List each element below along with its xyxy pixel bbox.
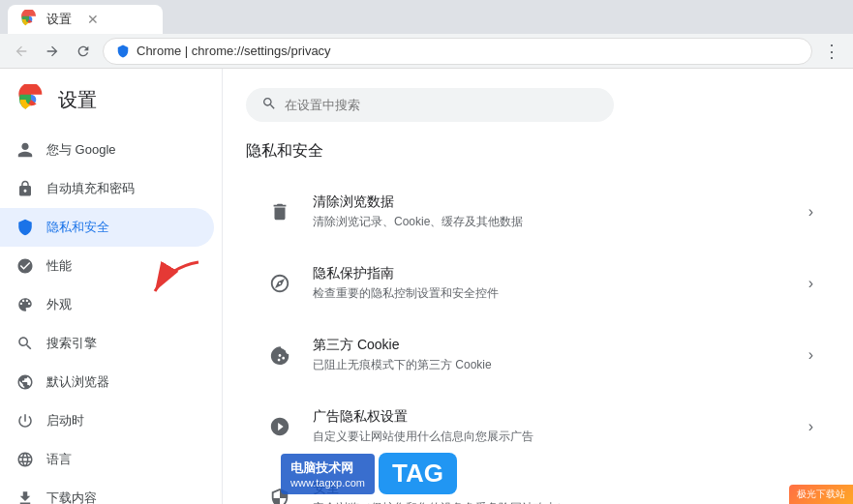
gauge-icon bbox=[15, 256, 35, 276]
clear-browsing-desc: 清除浏览记录、Cookie、缓存及其他数据 bbox=[313, 214, 793, 230]
url-text: Chrome | chrome://settings/privacy bbox=[137, 44, 331, 58]
settings-title: 设置 bbox=[58, 87, 97, 113]
cookie-icon bbox=[262, 338, 297, 372]
back-button[interactable] bbox=[8, 38, 35, 65]
security-shield-icon bbox=[262, 481, 297, 504]
sidebar-item-search[interactable]: 搜索引擎 bbox=[0, 324, 214, 363]
sidebar-item-privacy[interactable]: 隐私和安全 bbox=[0, 208, 214, 247]
power-icon bbox=[15, 411, 35, 430]
shield-nav-icon bbox=[15, 218, 35, 237]
tab-bar: 设置 ✕ bbox=[0, 0, 853, 34]
settings-list: 清除浏览数据 清除浏览记录、Cookie、缓存及其他数据 › 隐私保护指南 检查… bbox=[246, 177, 830, 504]
privacy-guide-arrow: › bbox=[808, 275, 813, 292]
cookies-desc: 已阻止无痕模式下的第三方 Cookie bbox=[313, 357, 793, 373]
app-container: 设置 您与 Google 自动填充和密码 bbox=[0, 69, 853, 504]
sidebar-header: 设置 bbox=[0, 69, 222, 127]
ad-privacy-arrow: › bbox=[808, 418, 813, 435]
clear-browsing-title: 清除浏览数据 bbox=[313, 193, 793, 211]
chrome-logo-icon bbox=[15, 84, 46, 115]
sidebar-item-appearance[interactable]: 外观 bbox=[0, 285, 214, 324]
sidebar-label-performance: 性能 bbox=[46, 257, 72, 275]
tab-close[interactable]: ✕ bbox=[87, 12, 99, 27]
cookies-text: 第三方 Cookie 已阻止无痕模式下的第三方 Cookie bbox=[313, 337, 793, 373]
sidebar: 设置 您与 Google 自动填充和密码 bbox=[0, 69, 223, 504]
security-text: 安全 安全浏览（保护您和您的设备免受危险网站攻击） bbox=[313, 480, 793, 504]
sidebar-label-search: 搜索引擎 bbox=[46, 335, 97, 352]
sidebar-label-startup: 启动时 bbox=[46, 412, 84, 430]
sidebar-label-downloads: 下载内容 bbox=[46, 489, 97, 504]
settings-item-security[interactable]: 安全 安全浏览（保护您和您的设备免受危险网站攻击） › bbox=[246, 463, 830, 504]
browser-bar: Chrome | chrome://settings/privacy ⋮ bbox=[0, 34, 853, 69]
settings-item-privacy-guide[interactable]: 隐私保护指南 检查重要的隐私控制设置和安全控件 › bbox=[246, 249, 830, 318]
sidebar-label-default-browser: 默认浏览器 bbox=[46, 373, 109, 391]
search-nav-icon bbox=[15, 334, 35, 353]
settings-item-cookies[interactable]: 第三方 Cookie 已阻止无痕模式下的第三方 Cookie › bbox=[246, 320, 830, 390]
section-title: 隐私和安全 bbox=[246, 141, 830, 162]
security-desc: 安全浏览（保护您和您的设备免受危险网站攻击） bbox=[313, 500, 793, 504]
security-title: 安全 bbox=[313, 480, 793, 497]
menu-button[interactable]: ⋮ bbox=[818, 38, 845, 65]
sidebar-item-google[interactable]: 您与 Google bbox=[0, 131, 214, 169]
main-content: 隐私和安全 清除浏览数据 清除浏览记录、Cookie、缓存及其他数据 › bbox=[223, 69, 853, 504]
sidebar-item-default-browser[interactable]: 默认浏览器 bbox=[0, 363, 214, 401]
clear-browsing-text: 清除浏览数据 清除浏览记录、Cookie、缓存及其他数据 bbox=[313, 193, 793, 230]
sidebar-item-performance[interactable]: 性能 bbox=[0, 247, 214, 285]
settings-item-ad-privacy[interactable]: 广告隐私权设置 自定义要让网站使用什么信息向您展示广告 › bbox=[246, 392, 830, 461]
active-tab[interactable]: 设置 ✕ bbox=[8, 5, 163, 34]
ad-privacy-text: 广告隐私权设置 自定义要让网站使用什么信息向您展示广告 bbox=[313, 408, 793, 445]
ad-privacy-title: 广告隐私权设置 bbox=[313, 408, 793, 426]
privacy-guide-text: 隐私保护指南 检查重要的隐私控制设置和安全控件 bbox=[313, 265, 793, 302]
nav-buttons bbox=[8, 38, 97, 65]
download-icon bbox=[15, 489, 35, 504]
chrome-tab-icon bbox=[19, 10, 39, 29]
clear-browsing-arrow: › bbox=[808, 203, 813, 221]
language-icon bbox=[15, 450, 35, 469]
sidebar-item-autofill[interactable]: 自动填充和密码 bbox=[0, 169, 214, 208]
sidebar-item-language[interactable]: 语言 bbox=[0, 440, 214, 479]
sidebar-item-startup[interactable]: 启动时 bbox=[0, 401, 214, 440]
sidebar-nav: 您与 Google 自动填充和密码 隐私和安全 bbox=[0, 127, 222, 504]
sidebar-label-google: 您与 Google bbox=[46, 141, 116, 159]
globe-icon bbox=[15, 372, 35, 392]
sidebar-label-language: 语言 bbox=[46, 451, 72, 468]
sidebar-label-autofill: 自动填充和密码 bbox=[46, 180, 135, 197]
reload-button[interactable] bbox=[70, 38, 97, 65]
privacy-guide-desc: 检查重要的隐私控制设置和安全控件 bbox=[313, 285, 793, 302]
sidebar-label-privacy: 隐私和安全 bbox=[46, 219, 109, 236]
person-icon bbox=[15, 140, 35, 160]
secure-icon bbox=[115, 44, 131, 59]
search-input[interactable] bbox=[285, 98, 478, 112]
ad-icon bbox=[262, 409, 297, 444]
ad-privacy-desc: 自定义要让网站使用什么信息向您展示广告 bbox=[313, 429, 793, 445]
cookies-title: 第三方 Cookie bbox=[313, 337, 793, 354]
compass-icon bbox=[262, 266, 297, 301]
palette-icon bbox=[15, 295, 35, 314]
search-bar-container bbox=[246, 88, 830, 122]
tab-label: 设置 bbox=[46, 11, 72, 28]
privacy-guide-title: 隐私保护指南 bbox=[313, 265, 793, 282]
search-bar[interactable] bbox=[246, 88, 614, 122]
address-bar[interactable]: Chrome | chrome://settings/privacy bbox=[103, 38, 812, 65]
sidebar-item-downloads[interactable]: 下载内容 bbox=[0, 479, 214, 504]
sidebar-label-appearance: 外观 bbox=[46, 296, 72, 313]
security-arrow: › bbox=[808, 489, 813, 504]
lock-icon bbox=[15, 179, 35, 198]
search-icon bbox=[261, 96, 277, 114]
cookies-arrow: › bbox=[808, 346, 813, 364]
trash-icon bbox=[262, 194, 297, 229]
settings-item-clear-browsing[interactable]: 清除浏览数据 清除浏览记录、Cookie、缓存及其他数据 › bbox=[246, 177, 830, 247]
forward-button[interactable] bbox=[39, 38, 66, 65]
